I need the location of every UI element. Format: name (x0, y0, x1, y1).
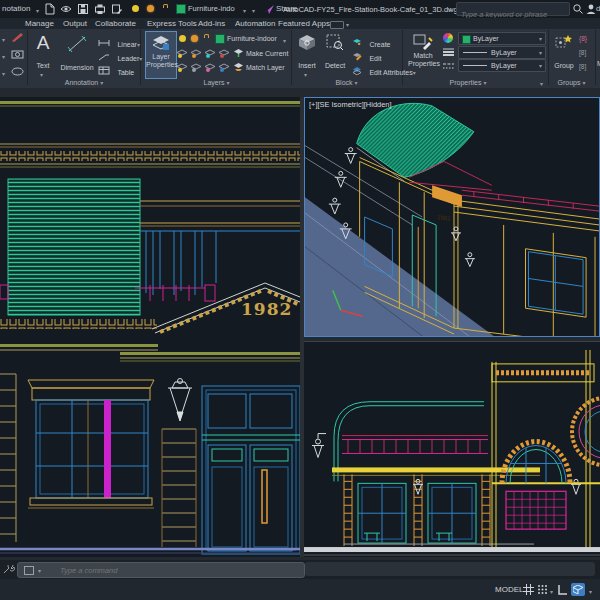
clipped-tool-caret-icon[interactable]: ▾ (2, 35, 5, 45)
layer-properties-button[interactable]: Layer Properties (145, 31, 177, 79)
street-lamp[interactable] (168, 379, 192, 422)
layer-thaw-icon[interactable] (147, 5, 154, 12)
right-wall-lines[interactable] (140, 201, 300, 295)
eye-icon[interactable] (60, 3, 72, 15)
dimension-button[interactable]: Dimension (58, 31, 96, 77)
command-tool-icon[interactable] (24, 566, 34, 575)
group-edit-icon[interactable]: {8} (579, 34, 587, 43)
left-quoins[interactable] (0, 374, 16, 542)
viewport-se-isometric[interactable]: 1982 [+][SE Isometric][Hidden] (304, 97, 600, 337)
groups-panel-label[interactable]: Groups ▾ (548, 78, 595, 88)
layer-freeze-icon[interactable] (191, 35, 198, 42)
layer-color-swatch[interactable] (176, 4, 186, 14)
command-history-bar[interactable] (305, 562, 595, 576)
viewport-label[interactable]: [+][SE Isometric][Hidden] (309, 100, 392, 109)
command-input-bar[interactable]: ▾ (17, 562, 305, 578)
wall-lamp[interactable] (312, 434, 326, 458)
storefront-band[interactable] (0, 344, 300, 361)
customization-wrench-icon[interactable] (3, 565, 15, 575)
curved-awning[interactable] (357, 103, 474, 181)
object-color-dropdown[interactable]: ByLayer ▾ (458, 32, 546, 45)
fascia-band[interactable] (332, 467, 540, 475)
workspace-dropdown[interactable]: notation (2, 4, 30, 14)
tab-featured-apps[interactable]: Featured Apps (278, 19, 330, 29)
table-button[interactable]: Table (98, 61, 134, 79)
ground-plane[interactable] (304, 547, 600, 555)
layer-dropdown-caret-icon[interactable]: ▾ (243, 6, 246, 16)
revision-cloud-icon[interactable] (11, 67, 24, 76)
layer-on-icon[interactable] (132, 5, 139, 12)
group-button[interactable]: Group (552, 31, 576, 77)
qat-more-caret-icon[interactable]: ▾ (252, 6, 255, 16)
linetype-dropdown[interactable]: ByLayer ▾ (458, 59, 546, 72)
match-layer-button[interactable]: Match Layer (246, 63, 285, 72)
isodraft-caret-icon[interactable]: ▾ (589, 587, 592, 597)
match-properties-button[interactable]: Match Properties (408, 31, 438, 77)
new-file-icon[interactable] (44, 3, 56, 15)
tab-output[interactable]: Output (63, 19, 87, 29)
command-input[interactable] (58, 563, 292, 577)
workspace-caret-icon[interactable]: ▾ (36, 6, 39, 16)
layer-tools-row2-icons[interactable] (177, 62, 231, 73)
annotation-panel-label[interactable]: Annotation ▾ (28, 78, 140, 88)
properties-panel-label[interactable]: Properties ▾ (402, 78, 534, 88)
viewport-side-elevation[interactable] (304, 341, 600, 557)
linetype-icon[interactable] (443, 62, 454, 70)
plot-icon[interactable] (94, 3, 106, 15)
search-icon[interactable] (572, 3, 584, 15)
command-recent-caret-icon[interactable]: ▾ (38, 566, 41, 576)
tab-automation[interactable]: Automation (235, 19, 275, 29)
rolling-shutter[interactable] (8, 179, 140, 315)
viewport-left-elevation[interactable]: 1982 (0, 97, 300, 557)
model-space-button[interactable]: MODEL (495, 584, 523, 596)
isometric-drafting-icon[interactable] (571, 583, 585, 596)
tab-manage[interactable]: Manage (25, 19, 54, 29)
share-icon[interactable] (263, 3, 275, 15)
roof-railing[interactable] (409, 161, 599, 211)
clipped-tool-caret-icon[interactable]: ▾ (2, 52, 5, 62)
camera-icon[interactable] (11, 49, 24, 59)
cafe-furniture[interactable] (344, 533, 534, 544)
make-current-button[interactable]: Make Current (246, 49, 288, 58)
lineweight-icon[interactable] (443, 48, 454, 56)
color-wheel-icon[interactable] (443, 33, 453, 43)
save-icon[interactable] (77, 3, 89, 15)
brick-pilasters[interactable] (344, 474, 490, 546)
layer-tools-row1-icons[interactable] (177, 48, 231, 59)
iso-sign[interactable]: 1982 (432, 185, 462, 222)
text-button[interactable]: A Text ▾ (30, 31, 56, 77)
tower-structure[interactable] (492, 350, 600, 551)
detect-button[interactable]: Detect (322, 31, 348, 77)
qat-layer-dropdown[interactable]: Furniture-indo (188, 4, 235, 14)
clipped-tool-caret-icon[interactable]: ▾ (2, 69, 5, 79)
lineweight-dd-caret-icon: ▾ (539, 48, 542, 58)
tab-add-ins[interactable]: Add-ins (198, 19, 225, 29)
middle-quoins[interactable] (162, 429, 196, 547)
revision-pen-icon[interactable] (11, 32, 24, 42)
block-panel-label[interactable]: Block ▾ (291, 78, 402, 88)
ribbon-layer-caret-icon[interactable]: ▾ (283, 36, 286, 46)
layers-panel-label[interactable]: Layers ▾ (142, 78, 291, 88)
group-manager-icon[interactable]: [8] (579, 62, 586, 71)
ribbon-layer-color-swatch[interactable] (215, 34, 225, 44)
ortho-mode-icon[interactable] (557, 584, 568, 595)
cornice-bands[interactable] (0, 101, 300, 167)
ungroup-icon[interactable]: [8] (579, 48, 586, 57)
window-assembly[interactable] (28, 380, 154, 508)
insert-button[interactable]: Insert ▾ (294, 31, 320, 77)
grid-display-icon[interactable] (523, 584, 534, 595)
terrace-railing[interactable] (342, 436, 488, 454)
snap-mode-icon[interactable] (537, 584, 548, 595)
lower-dentil-band[interactable] (0, 319, 157, 329)
tab-collaborate[interactable]: Collaborate (95, 19, 136, 29)
door-assembly[interactable] (202, 386, 300, 554)
ribbon-layer-dropdown[interactable]: Furniture-indoor (227, 34, 277, 43)
tab-express-tools[interactable]: Express Tools (147, 19, 197, 29)
snap-caret-icon[interactable]: ▾ (550, 587, 553, 597)
layer-off-icon[interactable] (179, 35, 186, 42)
plot-preview-icon[interactable] (111, 3, 123, 15)
ribbon-display-toggle-icon[interactable] (330, 21, 344, 29)
lineweight-dropdown[interactable]: ByLayer ▾ (458, 46, 546, 59)
search-expand-icon[interactable]: ▸ (449, 5, 452, 15)
edit-attributes-button[interactable]: Edit Attributes▾ (352, 61, 416, 79)
